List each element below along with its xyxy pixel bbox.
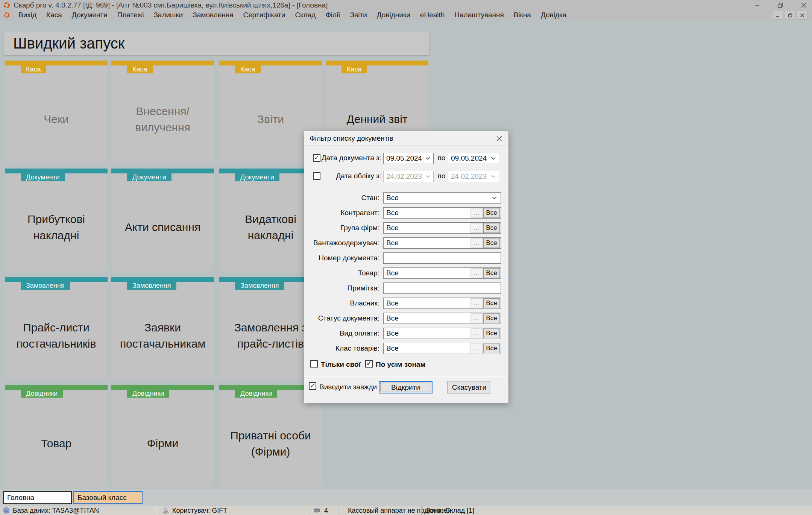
- mdi-minimize-icon[interactable]: [773, 11, 783, 20]
- tab-golovna-label: Головна: [7, 494, 34, 502]
- menu-item-7[interactable]: Сертифікати: [238, 11, 290, 19]
- quick-launch-tile[interactable]: ДокументиАкти списання: [111, 169, 214, 271]
- ellipsis-button[interactable]: …: [471, 223, 483, 233]
- menu-item-11[interactable]: Довідники: [372, 11, 415, 19]
- ellipsis-button[interactable]: …: [471, 298, 483, 308]
- menu-item-10[interactable]: Звіти: [345, 11, 372, 19]
- menu-item-12[interactable]: eHealth: [415, 11, 450, 19]
- field-lookup[interactable]: Все…Все: [383, 207, 501, 219]
- tile-label: Прайс-листи постачальників: [10, 319, 102, 352]
- quick-launch-tile[interactable]: ДовідникиТовар: [5, 385, 108, 487]
- tile-color-bar: [5, 61, 108, 65]
- menu-item-2[interactable]: Каса: [41, 11, 67, 19]
- field-value: Все: [384, 209, 471, 217]
- field-lookup[interactable]: Все…Все: [383, 222, 501, 234]
- menu-item-3[interactable]: Документи: [67, 11, 112, 19]
- date-document-from-select[interactable]: 09.05.2024: [383, 153, 434, 164]
- mdi-restore-icon[interactable]: [785, 11, 795, 20]
- menu-item-5[interactable]: Залишки: [149, 11, 188, 19]
- date-document-label: Дата документа з:: [316, 154, 381, 162]
- all-button[interactable]: Все: [483, 223, 500, 233]
- only-own-label: Тільки свої: [321, 360, 361, 369]
- dialog-separator: [307, 188, 505, 188]
- tile-color-bar: [111, 169, 214, 173]
- open-button[interactable]: Відкрити: [379, 381, 433, 393]
- field-label: Товар:: [304, 269, 379, 277]
- filter-field-row: Група фірм:Все…Все: [304, 222, 508, 234]
- filter-field-row: Вид оплати:Все…Все: [304, 328, 508, 339]
- ellipsis-button[interactable]: …: [471, 268, 483, 278]
- restore-icon[interactable]: [776, 1, 785, 10]
- menu-item-9[interactable]: Філії: [320, 11, 345, 19]
- field-label: Контрагент:: [304, 209, 379, 217]
- statusbar-zone: Зона: Склад [1]: [426, 507, 474, 515]
- menu-item-8[interactable]: Склад: [290, 11, 320, 19]
- all-button[interactable]: Все: [483, 268, 500, 278]
- all-zones-checkbox[interactable]: ✓: [365, 360, 373, 368]
- all-button[interactable]: Все: [483, 313, 500, 323]
- menu-item-1[interactable]: Вихід: [14, 11, 41, 19]
- dialog-close-icon[interactable]: [494, 134, 504, 143]
- menu-item-15[interactable]: Довідка: [536, 11, 571, 19]
- all-button[interactable]: Все: [483, 238, 500, 248]
- field-lookup[interactable]: Все…Все: [383, 237, 501, 249]
- field-combobox[interactable]: Все: [383, 192, 501, 204]
- ellipsis-button[interactable]: …: [471, 343, 483, 353]
- menu-item-14[interactable]: Вікна: [509, 11, 536, 19]
- statusbar-divider: [421, 506, 422, 515]
- tile-category-tab: Каса: [21, 65, 46, 73]
- menu-item-13[interactable]: Налаштування: [449, 11, 508, 19]
- filter-field-row: Примітка:: [304, 283, 508, 294]
- tile-category-tab: Документи: [235, 173, 279, 181]
- only-own-checkbox[interactable]: ✓: [310, 360, 318, 368]
- field-lookup[interactable]: Все…Все: [383, 328, 501, 339]
- field-textbox[interactable]: [383, 283, 501, 294]
- dialog-checkbox-row: ✓ Тільки свої ✓ По усім зонам: [304, 359, 508, 369]
- field-label: Стан:: [304, 194, 379, 202]
- quick-launch-tile[interactable]: ЗамовленняЗаявки постачальникам: [111, 277, 214, 379]
- ellipsis-button[interactable]: …: [471, 208, 483, 218]
- menu-item-4[interactable]: Платежі: [112, 11, 149, 19]
- all-button[interactable]: Все: [483, 208, 500, 218]
- tile-label: Акти списання: [117, 219, 209, 235]
- ellipsis-button[interactable]: …: [471, 238, 483, 248]
- date-document-to-select[interactable]: 09.05.2024: [448, 153, 499, 164]
- all-button[interactable]: Все: [483, 298, 500, 308]
- tab-bazovyi-klass[interactable]: Базовый класс: [73, 491, 143, 504]
- all-zones-label: По усім зонам: [376, 360, 426, 369]
- menu-item-6[interactable]: Замовлення: [188, 11, 238, 19]
- tile-color-bar: [326, 61, 428, 65]
- close-icon[interactable]: [799, 1, 808, 10]
- filter-field-row: Вантажоодержувач:Все…Все: [304, 237, 508, 249]
- filter-field-row: Статус документа:Все…Все: [304, 313, 508, 324]
- statusbar-count: 4: [324, 507, 328, 515]
- user-icon: [162, 507, 169, 515]
- ellipsis-button[interactable]: …: [471, 328, 483, 338]
- minimize-icon[interactable]: [753, 1, 762, 10]
- menu-items: ВихідКасаДокументиПлатежіЗалишкиЗамовлен…: [14, 11, 571, 19]
- quick-launch-tile[interactable]: ДокументиПрибуткові накладні: [5, 169, 108, 271]
- all-button[interactable]: Все: [483, 343, 500, 353]
- field-label: Примітка:: [304, 284, 379, 292]
- window-controls: [753, 0, 808, 10]
- field-lookup[interactable]: Все…Все: [383, 313, 501, 324]
- field-lookup[interactable]: Все…Все: [383, 343, 501, 354]
- cancel-button[interactable]: Скасувати: [447, 381, 491, 393]
- tab-golovna[interactable]: Головна: [3, 491, 72, 504]
- filter-field-row: Контрагент:Все…Все: [304, 207, 508, 219]
- tile-color-bar: [111, 385, 214, 390]
- ellipsis-button[interactable]: …: [471, 313, 483, 323]
- quick-launch-tile[interactable]: ЗамовленняПрайс-листи постачальників: [5, 277, 108, 379]
- dialog-titlebar[interactable]: Фільтр списку документів: [304, 131, 508, 146]
- tile-category-tab: Документи: [127, 173, 172, 181]
- field-lookup[interactable]: Все…Все: [383, 267, 501, 279]
- show-always-checkbox[interactable]: ✓: [309, 382, 316, 390]
- quick-launch-tile[interactable]: ДовідникиФірми: [111, 385, 214, 487]
- all-button[interactable]: Все: [483, 328, 500, 338]
- mdi-close-icon[interactable]: [797, 11, 807, 20]
- quick-launch-tile[interactable]: КасаВнесення/вилучення: [111, 61, 214, 163]
- field-lookup[interactable]: Все…Все: [383, 298, 501, 309]
- quick-launch-tile[interactable]: КасаЧеки: [5, 61, 108, 163]
- show-always-label: Виводити завжди: [319, 383, 377, 391]
- field-textbox[interactable]: [383, 252, 501, 264]
